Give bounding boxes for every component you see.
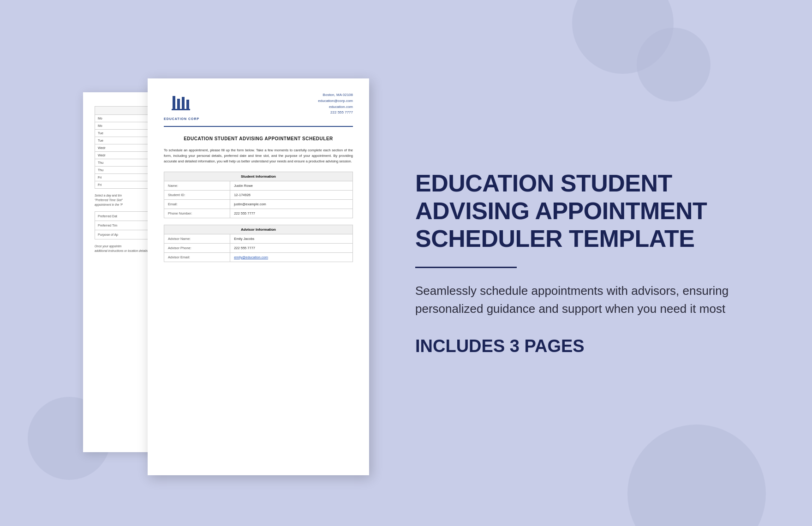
contact-phone: 222 555 7777	[318, 110, 353, 116]
includes-text: INCLUDES 3 PAGES	[415, 336, 729, 356]
right-content: EDUCATION STUDENT ADVISING APPOINTMENT S…	[406, 170, 729, 356]
table-row: Advisor Name: Emily Jacobs	[164, 234, 353, 244]
student-id-label: Student ID:	[164, 191, 230, 200]
contact-email: education@corp.com	[318, 98, 353, 104]
doc-main-title: EDUCATION STUDENT ADVISING APPOINTMENT S…	[164, 136, 353, 141]
main-container: D Mo Mo Tue Tue Wedr Wedr Thu Thu Fri Fr…	[0, 0, 812, 526]
advisor-name-value: Emily Jacobs	[230, 234, 353, 244]
document-header: EDUCATION CORP Boston, MA 02108 educatio…	[164, 92, 353, 127]
documents-area: D Mo Mo Tue Tue Wedr Wedr Thu Thu Fri Fr…	[83, 55, 369, 471]
document-front: EDUCATION CORP Boston, MA 02108 educatio…	[148, 78, 369, 475]
advisor-phone-label: Advisor Phone:	[164, 244, 230, 253]
table-row: Advisor Email: emily@education.com	[164, 253, 353, 262]
table-row: Phone Number: 222 555 7777	[164, 209, 353, 218]
advisor-info-table: Advisor Information Advisor Name: Emily …	[164, 225, 353, 262]
svg-rect-2	[182, 97, 185, 109]
education-corp-logo-icon	[170, 92, 193, 115]
student-email-label: Email:	[164, 200, 230, 209]
title-line-3: SCHEDULER TEMPLATE	[415, 225, 694, 252]
description-text: Seamlessly schedule appointments with ad…	[415, 282, 729, 318]
svg-rect-4	[172, 109, 190, 110]
advisor-phone-value: 222 555 7777	[230, 244, 353, 253]
logo-area: EDUCATION CORP	[164, 92, 199, 120]
advisor-table-header: Advisor Information	[164, 225, 353, 234]
contact-website: education.com	[318, 104, 353, 110]
student-id-value: 12-174926	[230, 191, 353, 200]
student-name-label: Name:	[164, 181, 230, 191]
student-phone-label: Phone Number:	[164, 209, 230, 218]
student-table-header: Student Information	[164, 172, 353, 181]
doc-intro-text: To schedule an appointment, please fill …	[164, 148, 353, 164]
table-row: Email: justin@example.com	[164, 200, 353, 209]
table-row: Advisor Phone: 222 555 7777	[164, 244, 353, 253]
advisor-email-value: emily@education.com	[230, 253, 353, 262]
student-info-table: Student Information Name: Justin Rowe St…	[164, 172, 353, 218]
title-line-1: EDUCATION STUDENT	[415, 170, 672, 197]
student-name-value: Justin Rowe	[230, 181, 353, 191]
contact-address: Boston, MA 02108	[318, 92, 353, 98]
title-divider	[415, 267, 517, 268]
table-row: Name: Justin Rowe	[164, 181, 353, 191]
advisor-name-label: Advisor Name:	[164, 234, 230, 244]
table-row: Student ID: 12-174926	[164, 191, 353, 200]
svg-rect-3	[186, 100, 189, 109]
svg-rect-1	[177, 99, 180, 109]
title-line-2: ADVISING APPOINTMENT	[415, 197, 707, 224]
contact-info: Boston, MA 02108 education@corp.com educ…	[318, 92, 353, 116]
student-phone-value: 222 555 7777	[230, 209, 353, 218]
svg-rect-0	[173, 96, 175, 109]
main-title: EDUCATION STUDENT ADVISING APPOINTMENT S…	[415, 170, 729, 252]
student-email-value: justin@example.com	[230, 200, 353, 209]
logo-text: EDUCATION CORP	[164, 117, 199, 120]
advisor-email-label: Advisor Email:	[164, 253, 230, 262]
